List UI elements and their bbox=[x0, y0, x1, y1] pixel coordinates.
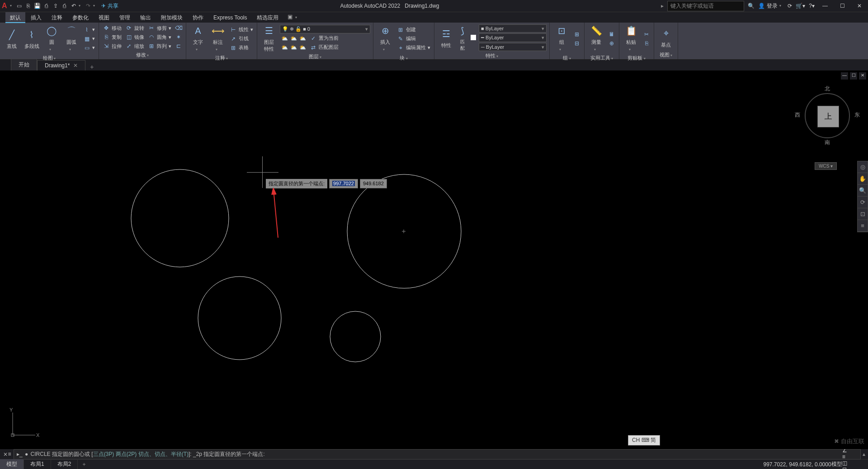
web-open-icon[interactable]: ⇪ bbox=[52, 2, 60, 10]
layer-props-button[interactable]: ☰图层 特性 bbox=[260, 23, 278, 52]
create-block-button[interactable]: ⊞创建 bbox=[396, 26, 431, 34]
tab-insert[interactable]: 插入 bbox=[26, 12, 46, 23]
cycle-toggle-icon[interactable]: ⊡ bbox=[842, 466, 868, 469]
nav-orbit-icon[interactable]: ⟳ bbox=[858, 197, 868, 208]
tab-manage[interactable]: 管理 bbox=[115, 12, 135, 23]
tab-annotate[interactable]: 注释 bbox=[47, 12, 67, 23]
move-button[interactable]: ✥移动 bbox=[102, 24, 123, 32]
group-ungroup[interactable]: ⊟ bbox=[572, 39, 581, 47]
color-selector[interactable] bbox=[470, 34, 477, 41]
rect-button[interactable]: ▭▾ bbox=[82, 44, 96, 52]
mirror-button[interactable]: ◫镜像 bbox=[124, 33, 145, 41]
panel-view-title[interactable]: 视图 bbox=[657, 51, 675, 58]
ellipse-button[interactable]: ▦▾ bbox=[82, 35, 96, 43]
drawing-canvas[interactable]: — ☐ ✕ 指定圆直径的第一个端点: 997.7022 949.6182 北 南… bbox=[0, 70, 868, 449]
spline-button[interactable]: ⌇▾ bbox=[82, 26, 96, 34]
undo-icon[interactable]: ↶ bbox=[70, 2, 78, 10]
text-button[interactable]: A文字▾ bbox=[189, 23, 207, 54]
group-edit[interactable]: ⊞ bbox=[572, 30, 581, 38]
matchlayer-button[interactable]: ⇄匹配图层 bbox=[309, 43, 340, 52]
viewcube-top[interactable]: 上 bbox=[817, 106, 839, 127]
rotate-button[interactable]: ⟳旋转 bbox=[124, 24, 145, 32]
setcurrent-button[interactable]: ✓置为当前 bbox=[309, 34, 340, 42]
insert-button[interactable]: ⊕插入▾ bbox=[376, 23, 394, 54]
tab-default[interactable]: 默认 bbox=[5, 12, 25, 23]
panel-block-title[interactable]: 块 bbox=[376, 54, 431, 61]
viewcube-west[interactable]: 西 bbox=[795, 111, 800, 119]
viewcube[interactable]: 北 南 东 西 上 WCS ▾ bbox=[800, 80, 854, 152]
open-icon[interactable]: ⎘ bbox=[24, 2, 33, 10]
viewcube-east[interactable]: 东 bbox=[854, 111, 860, 119]
wcs-label[interactable]: WCS ▾ bbox=[815, 162, 837, 170]
props-button[interactable]: ☲特性 bbox=[437, 27, 455, 49]
tab-addons[interactable]: 附加模块 bbox=[156, 12, 187, 23]
plot-icon[interactable]: ⎙ bbox=[61, 2, 69, 10]
tab-layout1[interactable]: 布局1 bbox=[24, 459, 51, 469]
stretch-button[interactable]: ⇲拉伸 bbox=[102, 42, 123, 50]
add-layout-button[interactable]: + bbox=[78, 461, 90, 468]
login-button[interactable]: 👤 登录 ▾ bbox=[758, 2, 784, 10]
calc-button[interactable]: 🖩 bbox=[607, 30, 616, 38]
copy-button[interactable]: ⎘复制 bbox=[102, 33, 123, 41]
matchprops-button[interactable]: ⟆匹 配 bbox=[457, 23, 468, 52]
scale-button[interactable]: ⤢缩放 bbox=[124, 42, 145, 50]
leader-button[interactable]: ↗引线 bbox=[229, 35, 254, 43]
edit-block-button[interactable]: ✎编辑 bbox=[396, 35, 431, 43]
editattr-button[interactable]: ⌖编辑属性▾ bbox=[396, 44, 431, 52]
line-button[interactable]: ╱直线 bbox=[3, 28, 21, 50]
panel-modify-title[interactable]: 修改 bbox=[102, 51, 183, 58]
array-button[interactable]: ⊞阵列▾ bbox=[147, 42, 172, 50]
ime-indicator[interactable]: CH ⌨ 简 bbox=[628, 435, 660, 446]
viewcube-south[interactable]: 南 bbox=[825, 139, 830, 146]
lw-toggle-icon[interactable]: ≡ bbox=[842, 454, 868, 460]
close-button[interactable]: ✕ bbox=[853, 3, 866, 9]
layer-selector[interactable]: 💡 ❄ 🔓 ■ 0 bbox=[280, 25, 370, 33]
focus-icon[interactable]: ▣ bbox=[288, 14, 292, 22]
table-button[interactable]: ⊞表格 bbox=[229, 44, 254, 52]
panel-clip-title[interactable]: 剪贴板 bbox=[622, 54, 651, 61]
tab-start[interactable]: 开始 bbox=[11, 59, 37, 70]
ribbon-min-icon[interactable]: ▾ bbox=[295, 14, 300, 22]
cmdline-close-icon[interactable]: ⨯≡ bbox=[3, 451, 12, 457]
nav-zoom-icon[interactable]: 🔍 bbox=[858, 185, 868, 197]
lt-bylayer[interactable]: ─ ByLayer bbox=[479, 43, 547, 51]
redo-icon[interactable]: ↷ bbox=[84, 2, 92, 10]
viewcube-north[interactable]: 北 bbox=[825, 85, 830, 93]
app-logo[interactable]: A bbox=[2, 2, 7, 10]
lw-bylayer[interactable]: ━ ByLayer bbox=[479, 33, 547, 42]
space-toggle[interactable]: 模型 bbox=[831, 460, 842, 468]
nav-more-icon[interactable]: ≡ bbox=[858, 220, 868, 232]
search-input[interactable]: 键入关键字或短语 bbox=[667, 1, 744, 11]
dyn-x-input[interactable]: 997.7022 bbox=[329, 179, 358, 188]
cut-button[interactable]: ✂ bbox=[642, 30, 651, 38]
tab-express[interactable]: Express Tools bbox=[209, 12, 251, 23]
panel-group-title[interactable]: 组 bbox=[552, 54, 581, 61]
share-button[interactable]: ✈ 共享 bbox=[101, 2, 118, 10]
panel-props-title[interactable]: 特性 bbox=[437, 52, 547, 59]
maximize-button[interactable]: ☐ bbox=[835, 3, 849, 9]
search-trigger-icon[interactable]: ▸ bbox=[661, 3, 664, 9]
tab-parametric[interactable]: 参数化 bbox=[68, 12, 93, 23]
minimize-button[interactable]: — bbox=[818, 3, 832, 9]
search-icon[interactable]: 🔍 bbox=[748, 3, 755, 9]
tab-featured[interactable]: 精选应用 bbox=[252, 12, 283, 23]
group-button[interactable]: ⊡组▾ bbox=[552, 23, 571, 54]
color-bylayer[interactable]: ■ ByLayer bbox=[479, 24, 547, 33]
close-tab-icon[interactable]: ✕ bbox=[73, 62, 78, 69]
panel-layers-title[interactable]: 图层 bbox=[260, 52, 370, 60]
arc-button[interactable]: ⌒圆弧▾ bbox=[62, 23, 80, 54]
circle-button[interactable]: ◯圆▾ bbox=[42, 23, 61, 54]
dim-button[interactable]: ⟷标注▾ bbox=[209, 23, 227, 54]
help-icon[interactable]: ?▾ bbox=[809, 3, 815, 9]
base-button[interactable]: ⌖基点 bbox=[657, 26, 675, 48]
panel-util-title[interactable]: 实用工具 bbox=[587, 54, 616, 61]
polyline-button[interactable]: ⌇多段线 bbox=[23, 28, 41, 50]
qat-dropdown[interactable]: ▾ bbox=[10, 2, 14, 10]
autodesk-app-icon[interactable]: ⟳ bbox=[788, 3, 792, 9]
panel-annot-title[interactable]: 注释 bbox=[189, 54, 254, 61]
paste-button[interactable]: 📋粘贴▾ bbox=[622, 23, 640, 54]
layer-misc-1[interactable]: ⛅⛅⛅ bbox=[280, 34, 307, 42]
linear-button[interactable]: ⊢线性▾ bbox=[229, 26, 254, 34]
count-button[interactable]: ⊕ bbox=[607, 39, 616, 47]
tab-collab[interactable]: 协作 bbox=[188, 12, 208, 23]
